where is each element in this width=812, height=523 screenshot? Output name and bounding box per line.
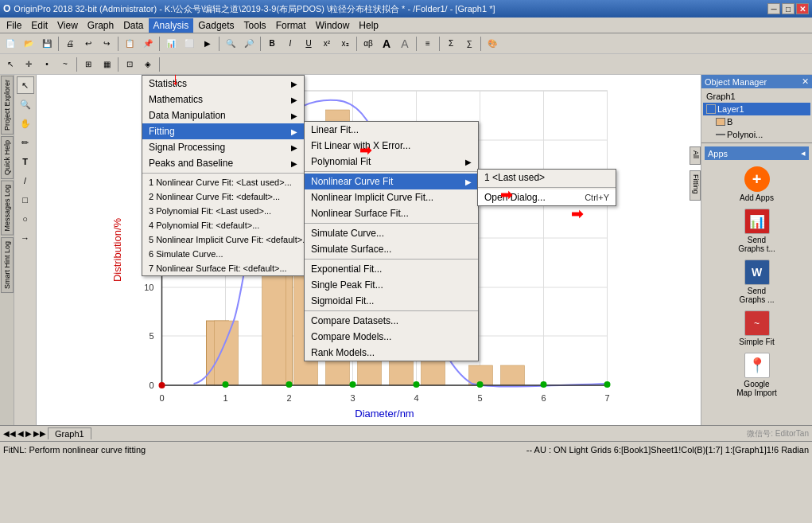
tb-Agray[interactable]: A: [396, 35, 414, 53]
tb-color[interactable]: 🎨: [484, 35, 501, 53]
tb-zoom-out[interactable]: 🔎: [240, 35, 258, 53]
tb-sum[interactable]: ∑: [460, 35, 478, 53]
om-item-poly[interactable]: Polynoi...: [703, 128, 810, 141]
tb-paste[interactable]: 📌: [139, 35, 157, 53]
tb-sub[interactable]: x₂: [336, 35, 354, 53]
minimize-button[interactable]: ─: [767, 3, 780, 14]
menu-recent-6[interactable]: 6 Simulate Curve...: [142, 247, 304, 261]
menu-recent-1[interactable]: 1 Nonlinear Curve Fit: <Last used>...: [142, 175, 304, 189]
tb2-arrow[interactable]: ↖: [2, 56, 19, 73]
submenu-polynomial-fit[interactable]: Polynomial Fit ▶: [305, 154, 478, 170]
nav-prev[interactable]: ◀◀: [3, 429, 16, 438]
submenu-linear-fit[interactable]: Linear Fit...: [305, 122, 478, 138]
submenu-compare-models[interactable]: Compare Models...: [305, 329, 478, 345]
menu-analysis[interactable]: Analysis: [149, 18, 194, 33]
tb-open[interactable]: 📂: [20, 35, 37, 53]
all-side-tab[interactable]: All: [690, 146, 701, 165]
menu-fitting[interactable]: Fitting ▶: [142, 123, 304, 139]
ltb-pan[interactable]: ✋: [17, 115, 34, 132]
graph1-tab[interactable]: Graph1: [48, 427, 91, 439]
tb-save[interactable]: 💾: [38, 35, 56, 53]
messages-log-tab[interactable]: Messages Log: [1, 181, 14, 236]
menu-tools[interactable]: Tools: [239, 18, 271, 33]
menu-recent-2[interactable]: 2 Nonlinear Curve Fit: <default>...: [142, 189, 304, 204]
tb-print[interactable]: 🖨: [61, 35, 79, 53]
project-explorer-tab[interactable]: Project Explorer: [1, 76, 14, 135]
tb-table[interactable]: ⬜: [181, 35, 198, 53]
tb-A[interactable]: A: [378, 35, 395, 53]
nav-next[interactable]: ▶▶: [33, 429, 46, 438]
tb-i[interactable]: I: [282, 35, 299, 53]
tb-copy[interactable]: 📋: [121, 35, 138, 53]
close-button[interactable]: ✕: [796, 3, 809, 14]
menu-recent-5[interactable]: 5 Nonlinear Implicit Curve Fit: <default…: [142, 232, 304, 247]
nav-left[interactable]: ◀: [17, 429, 24, 438]
menu-edit[interactable]: Edit: [26, 18, 52, 33]
om-close[interactable]: ✕: [802, 76, 809, 87]
om-layer1[interactable]: Layer1: [703, 103, 810, 115]
quick-help-tab[interactable]: Quick Help: [1, 136, 14, 179]
om-graph1[interactable]: Graph1: [703, 90, 810, 103]
ltb-circle[interactable]: ○: [17, 210, 34, 228]
tb2-grid[interactable]: ⊞: [80, 56, 97, 73]
ltb-line[interactable]: /: [17, 172, 34, 189]
menu-file[interactable]: File: [2, 18, 26, 33]
menu-help[interactable]: Help: [354, 18, 383, 33]
nav-right[interactable]: ▶: [25, 429, 32, 438]
submenu-nonlinear-surface[interactable]: Nonlinear Surface Fit...: [305, 205, 478, 221]
submenu-single-peak-fit[interactable]: Single Peak Fit...: [305, 277, 478, 293]
fitting-side-tab[interactable]: Fitting: [690, 170, 701, 201]
submenu-nonlinear-implicit[interactable]: Nonlinear Implicit Curve Fit...: [305, 189, 478, 205]
send-graphs1-btn[interactable]: 📊 SendGraphs t...: [705, 205, 809, 256]
tb-line[interactable]: ≡: [419, 35, 437, 53]
ltb-pointer[interactable]: ↖: [17, 76, 34, 94]
submenu-compare-datasets[interactable]: Compare Datasets...: [305, 313, 478, 329]
menu-data-manipulation[interactable]: Data Manipulation ▶: [142, 107, 304, 123]
menu-recent-4[interactable]: 4 Polynomial Fit: <default>...: [142, 218, 304, 232]
tb2-dot[interactable]: •: [38, 56, 56, 73]
tb-undo[interactable]: ↩: [80, 35, 97, 53]
menu-signal-processing[interactable]: Signal Processing ▶: [142, 139, 304, 155]
menu-gadgets[interactable]: Gadgets: [193, 18, 239, 33]
submenu-simulate-surface[interactable]: Simulate Surface...: [305, 241, 478, 257]
tb-script[interactable]: ▶: [199, 35, 216, 53]
nl-last-used[interactable]: 1 <Last used>: [478, 170, 616, 185]
submenu-rank-models[interactable]: Rank Models...: [305, 345, 478, 361]
submenu-sigmoidal-fit[interactable]: Sigmoidal Fit...: [305, 293, 478, 309]
submenu-nonlinear-curve-fit[interactable]: Nonlinear Curve Fit ▶: [305, 174, 478, 189]
ltb-rect[interactable]: □: [17, 191, 34, 209]
menu-view[interactable]: View: [52, 18, 83, 33]
menu-mathematics[interactable]: Mathematics ▶: [142, 92, 304, 107]
menu-peaks-baseline[interactable]: Peaks and Baseline ▶: [142, 155, 304, 171]
apps-dock[interactable]: ◂: [801, 148, 806, 158]
tb2-cross[interactable]: ✛: [20, 56, 37, 73]
menu-recent-3[interactable]: 3 Polynomial Fit: <Last used>...: [142, 204, 304, 218]
smart-hint-tab[interactable]: Smart Hint Log: [1, 237, 14, 293]
tb2-fit[interactable]: ⊡: [121, 56, 138, 73]
menu-data[interactable]: Data: [118, 18, 148, 33]
tb2-wave[interactable]: ~: [56, 56, 74, 73]
ltb-zoom[interactable]: 🔍: [17, 96, 34, 113]
submenu-exponential-fit[interactable]: Exponential Fit...: [305, 261, 478, 277]
tb-redo[interactable]: ↪: [98, 35, 115, 53]
menu-format[interactable]: Format: [271, 18, 311, 33]
menu-graph[interactable]: Graph: [83, 18, 118, 33]
google-map-btn[interactable]: 📍 GoogleMap Import: [705, 349, 809, 400]
tb-new[interactable]: 📄: [2, 35, 19, 53]
nl-open-dialog[interactable]: Open Dialog... Ctrl+Y: [478, 189, 616, 205]
submenu-fit-linear-x-error[interactable]: Fit Linear with X Error...: [305, 138, 478, 154]
om-item-b[interactable]: B: [703, 115, 810, 128]
tb-graph[interactable]: 📊: [162, 35, 180, 53]
submenu-simulate-curve[interactable]: Simulate Curve...: [305, 225, 478, 241]
tb-sigma[interactable]: Σ: [442, 35, 460, 53]
send-graphs2-btn[interactable]: W SendGraphs ...: [705, 256, 809, 307]
tb-b[interactable]: B: [263, 35, 281, 53]
tb-alpha[interactable]: αβ: [359, 35, 377, 53]
ltb-arrow[interactable]: →: [17, 229, 34, 247]
tb2-bar[interactable]: ▦: [98, 56, 115, 73]
ltb-text[interactable]: T: [17, 153, 34, 170]
menu-window[interactable]: Window: [311, 18, 355, 33]
tb-zoom-in[interactable]: 🔍: [222, 35, 239, 53]
tb-super[interactable]: x²: [318, 35, 336, 53]
ltb-draw[interactable]: ✏: [17, 134, 34, 151]
